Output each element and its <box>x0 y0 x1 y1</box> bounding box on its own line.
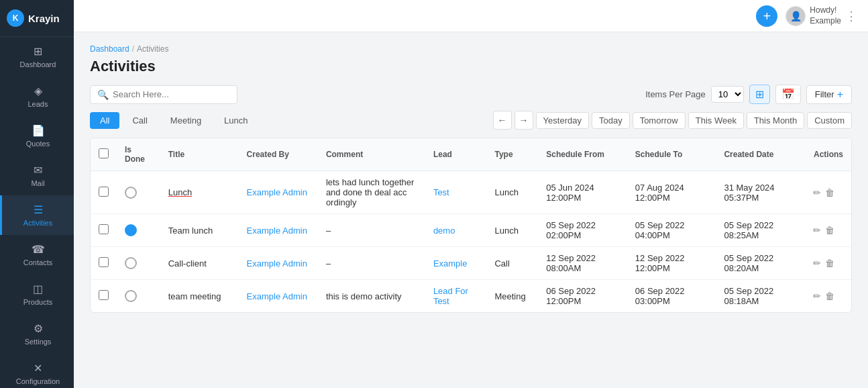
row-type-1: Lunch <box>486 214 538 247</box>
done-toggle-0[interactable] <box>125 187 137 199</box>
filter-label: Filter <box>815 89 834 99</box>
header-type: Type <box>486 138 538 171</box>
row-created-by-2: Example Admin <box>239 247 318 280</box>
select-all-checkbox[interactable] <box>99 148 109 158</box>
sidebar-label-quotes: Quotes <box>26 140 50 148</box>
lead-link-1[interactable]: demo <box>433 226 455 236</box>
search-box: 🔍 <box>90 85 237 104</box>
sidebar-item-configuration[interactable]: ✕ Configuration <box>0 354 74 388</box>
row-schedule-from-1: 05 Sep 2022 02:00PM <box>538 214 627 247</box>
sidebar-label-contacts: Contacts <box>23 258 52 266</box>
sidebar-item-leads[interactable]: ◈ Leads <box>0 77 74 116</box>
delete-icon-1[interactable]: 🗑 <box>825 225 834 236</box>
row-is-done-3 <box>117 280 160 313</box>
dashboard-icon: ⊞ <box>34 45 42 58</box>
header-actions: Actions <box>805 138 851 171</box>
sidebar-item-mail[interactable]: ✉ Mail <box>0 156 74 195</box>
table-row: Team lunch Example Admin – demo Lunch 05… <box>91 214 851 247</box>
tab-lunch[interactable]: Lunch <box>214 112 258 129</box>
delete-icon-0[interactable]: 🗑 <box>825 187 834 198</box>
row-lead-0: Test <box>425 171 487 214</box>
this-month-button[interactable]: This Month <box>747 112 804 129</box>
row-lead-3: Lead For Test <box>425 280 487 313</box>
sidebar-label-configuration: Configuration <box>16 377 60 385</box>
delete-icon-2[interactable]: 🗑 <box>825 258 834 269</box>
done-toggle-3[interactable] <box>125 290 137 302</box>
yesterday-button[interactable]: Yesterday <box>536 112 589 129</box>
row-checkbox-cell-3 <box>91 280 117 313</box>
done-toggle-1[interactable] <box>125 224 137 236</box>
topbar-dots[interactable]: ⋮ <box>845 9 857 23</box>
row-comment-1: – <box>318 214 425 247</box>
row-created-by-0: Example Admin <box>239 171 318 214</box>
user-menu[interactable]: 👤 Howdy! Example ⋮ <box>785 5 857 26</box>
row-lead-2: Example <box>425 247 487 280</box>
logo-icon: K <box>7 9 24 27</box>
sidebar-item-quotes[interactable]: 📄 Quotes <box>0 116 74 156</box>
row-schedule-to-2: 12 Sep 2022 12:00PM <box>627 247 716 280</box>
done-toggle-2[interactable] <box>125 257 137 269</box>
row-actions-0: ✏ 🗑 <box>805 171 851 214</box>
next-arrow[interactable]: → <box>514 111 533 130</box>
app-logo: K Krayin <box>0 0 74 37</box>
created-by-link-1[interactable]: Example Admin <box>247 226 307 236</box>
breadcrumb-separator: / <box>132 44 134 54</box>
activity-tabs: All Call Meeting Lunch <box>90 112 258 129</box>
custom-button[interactable]: Custom <box>807 112 852 129</box>
row-title-3: team meeting <box>160 280 239 313</box>
sidebar-item-dashboard[interactable]: ⊞ Dashboard <box>0 37 74 77</box>
sidebar-label-mail: Mail <box>31 179 44 187</box>
settings-icon: ⚙ <box>34 322 43 335</box>
row-title-0: Lunch <box>160 171 239 214</box>
row-schedule-from-0: 05 Jun 2024 12:00PM <box>538 171 627 214</box>
sidebar-label-dashboard: Dashboard <box>20 60 56 68</box>
filter-plus-icon: + <box>837 89 843 101</box>
row-type-3: Meeting <box>486 280 538 313</box>
title-text-2: Call-client <box>168 258 207 269</box>
tab-meeting[interactable]: Meeting <box>160 112 211 129</box>
sidebar-item-contacts[interactable]: ☎ Contacts <box>0 235 74 275</box>
items-per-page-select[interactable]: 10 25 50 <box>711 86 744 103</box>
row-checkbox-3[interactable] <box>99 290 109 300</box>
delete-icon-3[interactable]: 🗑 <box>825 291 834 301</box>
today-button[interactable]: Today <box>592 112 630 129</box>
tomorrow-button[interactable]: Tomorrow <box>633 112 686 129</box>
this-week-button[interactable]: This Week <box>688 112 744 129</box>
sidebar-item-activities[interactable]: ☰ Activities <box>0 195 74 235</box>
row-created-by-3: Example Admin <box>239 280 318 313</box>
contacts-icon: ☎ <box>32 243 45 256</box>
breadcrumb-current: Activities <box>137 44 168 54</box>
header-is-done: Is Done <box>117 138 160 171</box>
row-checkbox-0[interactable] <box>99 187 109 197</box>
edit-icon-2[interactable]: ✏ <box>813 258 821 269</box>
lead-link-2[interactable]: Example <box>433 258 468 269</box>
calendar-view-button[interactable]: 📅 <box>775 85 801 104</box>
add-button[interactable]: + <box>756 5 777 27</box>
lead-link-0[interactable]: Test <box>433 187 449 197</box>
items-per-page-label: Items Per Page <box>645 89 706 99</box>
prev-arrow[interactable]: ← <box>493 111 512 130</box>
search-input[interactable] <box>113 89 230 99</box>
filter-button[interactable]: Filter + <box>806 85 852 104</box>
edit-icon-1[interactable]: ✏ <box>813 225 821 236</box>
header-created-by: Created By <box>239 138 318 171</box>
edit-icon-0[interactable]: ✏ <box>813 187 821 198</box>
sidebar-item-products[interactable]: ◫ Products <box>0 275 74 314</box>
created-by-link-0[interactable]: Example Admin <box>247 187 307 197</box>
created-by-link-2[interactable]: Example Admin <box>247 258 307 269</box>
created-by-link-3[interactable]: Example Admin <box>247 291 307 301</box>
row-actions-1: ✏ 🗑 <box>805 214 851 247</box>
lead-link-3[interactable]: Lead For Test <box>433 286 468 306</box>
row-checkbox-2[interactable] <box>99 257 109 267</box>
row-checkbox-1[interactable] <box>99 224 109 234</box>
row-created-by-1: Example Admin <box>239 214 318 247</box>
title-text-1: Team lunch <box>168 226 213 236</box>
breadcrumb-parent[interactable]: Dashboard <box>90 44 129 54</box>
tab-call[interactable]: Call <box>122 112 157 129</box>
right-toolbar: Items Per Page 10 25 50 ⊞ 📅 Filter + <box>645 85 852 104</box>
header-created-date: Created Date <box>716 138 804 171</box>
tab-all[interactable]: All <box>90 112 119 129</box>
edit-icon-3[interactable]: ✏ <box>813 291 821 301</box>
sidebar-item-settings[interactable]: ⚙ Settings <box>0 314 74 354</box>
grid-view-button[interactable]: ⊞ <box>749 85 770 104</box>
